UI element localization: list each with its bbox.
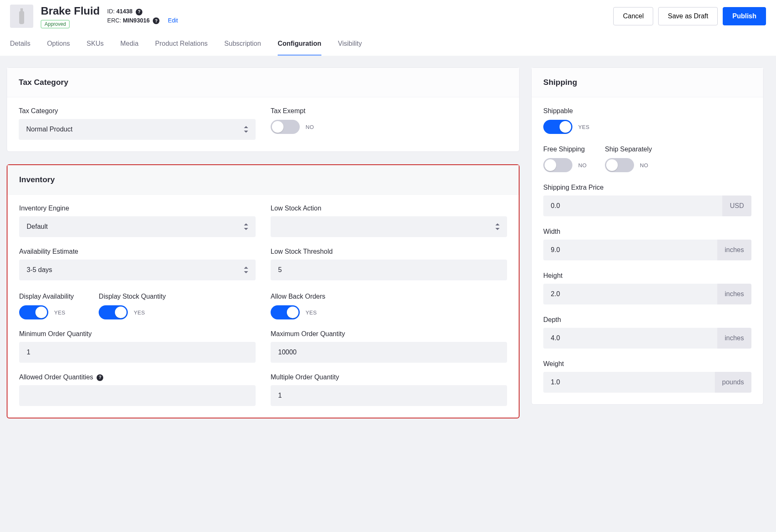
tab-skus[interactable]: SKUs [87, 33, 104, 56]
unit-label: inches [717, 328, 751, 349]
bottle-icon [17, 8, 26, 24]
tabs-bar: Details Options SKUs Media Product Relat… [0, 32, 776, 56]
sort-arrows-icon [244, 126, 248, 133]
allow-back-orders-toggle[interactable] [271, 305, 300, 319]
panel-title: Shipping [532, 68, 763, 97]
product-erc: MIN93016 [123, 17, 150, 24]
tax-exempt-toggle[interactable] [271, 120, 300, 134]
sort-arrows-icon [244, 223, 248, 230]
save-draft-button[interactable]: Save as Draft [658, 7, 718, 25]
unit-label: pounds [715, 372, 752, 393]
product-thumbnail [10, 5, 33, 28]
product-meta: ID: 41438 ? ERC: MIN93016 ? Edit [107, 7, 178, 25]
low-stock-action-select[interactable] [271, 216, 507, 237]
panel-title: Inventory [7, 165, 519, 195]
shipping-panel: Shipping Shippable YES Free Shipping [531, 67, 764, 405]
low-stock-threshold-input[interactable]: 5 [271, 260, 507, 280]
tab-visibility[interactable]: Visibility [338, 33, 362, 56]
weight-input[interactable]: 1.0 [543, 372, 715, 393]
unit-label: inches [717, 240, 751, 260]
tab-options[interactable]: Options [47, 33, 70, 56]
width-input[interactable]: 9.0 [543, 240, 717, 260]
field-label: Tax Exempt [271, 107, 507, 115]
toggle-state: NO [306, 124, 314, 130]
inventory-panel: Inventory Inventory Engine Default Low S… [7, 164, 520, 418]
max-order-qty-input[interactable]: 10000 [271, 342, 507, 363]
min-order-qty-input[interactable]: 1 [19, 342, 256, 363]
tab-subscription[interactable]: Subscription [224, 33, 261, 56]
display-availability-toggle[interactable] [19, 305, 48, 319]
display-stock-quantity-toggle[interactable] [99, 305, 128, 319]
publish-button[interactable]: Publish [723, 7, 766, 25]
help-icon[interactable]: ? [136, 9, 142, 15]
product-title: Brake Fluid [41, 5, 100, 17]
multiple-order-qty-input[interactable]: 1 [271, 385, 507, 406]
page-header: Brake Fluid Approved ID: 41438 ? ERC: MI… [0, 0, 776, 32]
panel-title: Tax Category [7, 68, 519, 97]
shipping-extra-price-input[interactable]: 0.0 [543, 195, 722, 216]
edit-link[interactable]: Edit [168, 17, 178, 24]
sort-arrows-icon [495, 223, 500, 230]
inventory-engine-select[interactable]: Default [19, 216, 256, 237]
tab-media[interactable]: Media [120, 33, 139, 56]
ship-separately-toggle[interactable] [605, 158, 634, 172]
allowed-order-qty-input[interactable] [19, 385, 256, 406]
tax-category-panel: Tax Category Tax Category Normal Product… [7, 67, 520, 152]
unit-label: inches [717, 284, 751, 304]
availability-estimate-select[interactable]: 3-5 days [19, 260, 256, 280]
tab-configuration[interactable]: Configuration [278, 33, 321, 56]
cancel-button[interactable]: Cancel [613, 7, 653, 25]
product-id: 41438 [116, 8, 132, 15]
sort-arrows-icon [244, 267, 248, 273]
height-input[interactable]: 2.0 [543, 284, 717, 304]
shippable-toggle[interactable] [543, 120, 572, 134]
help-icon[interactable]: ? [153, 17, 159, 24]
status-badge: Approved [41, 20, 70, 28]
tab-product-relations[interactable]: Product Relations [155, 33, 208, 56]
free-shipping-toggle[interactable] [543, 158, 572, 172]
help-icon[interactable]: ? [97, 374, 103, 381]
field-label: Tax Category [19, 107, 256, 115]
tax-category-select[interactable]: Normal Product [19, 119, 256, 140]
unit-label: USD [722, 195, 751, 216]
tab-details[interactable]: Details [10, 33, 30, 56]
depth-input[interactable]: 4.0 [543, 328, 717, 349]
